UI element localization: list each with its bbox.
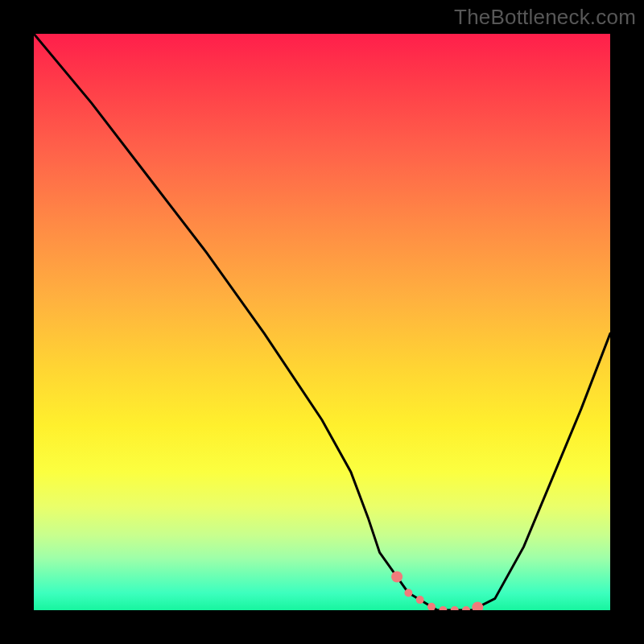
bottleneck-curve	[34, 34, 610, 610]
svg-point-5	[451, 606, 459, 610]
chart-frame: TheBottleneck.com	[0, 0, 644, 644]
watermark: TheBottleneck.com	[454, 5, 636, 30]
svg-point-4	[439, 606, 447, 610]
svg-point-7	[472, 601, 483, 610]
plot-area	[34, 34, 610, 610]
svg-point-0	[391, 572, 402, 583]
svg-point-6	[462, 606, 470, 610]
svg-point-2	[416, 596, 424, 604]
svg-point-1	[404, 589, 412, 597]
